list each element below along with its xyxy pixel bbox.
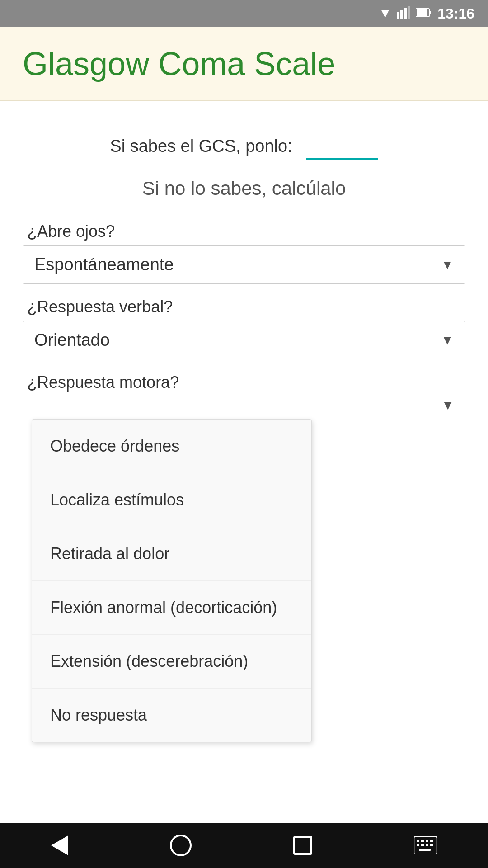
svg-rect-16 — [419, 849, 431, 851]
motor-option-obedece[interactable]: Obedece órdenes — [32, 420, 311, 473]
svg-rect-15 — [430, 844, 433, 846]
motor-dropdown-arrow-icon: ▼ — [441, 398, 454, 413]
svg-rect-10 — [426, 840, 428, 842]
home-button[interactable] — [170, 835, 192, 856]
recent-apps-icon — [293, 836, 312, 855]
eyes-question-section: ¿Abre ojos? Espontáneamente ▼ — [23, 222, 465, 284]
status-bar: ▼ 13:16 — [0, 0, 488, 27]
motor-option-extension[interactable]: Extensión (descerebración) — [32, 635, 311, 689]
svg-rect-0 — [397, 12, 399, 19]
verbal-dropdown[interactable]: Orientado ▼ — [23, 321, 465, 359]
motor-question-label: ¿Respuesta motora? — [23, 373, 465, 392]
app-header: Glasgow Coma Scale — [0, 27, 488, 101]
eyes-question-label: ¿Abre ojos? — [23, 222, 465, 241]
status-time: 13:16 — [437, 5, 474, 22]
motor-option-retirada[interactable]: Retirada al dolor — [32, 527, 311, 581]
gcs-label: Si sabes el GCS, ponlo: — [110, 137, 292, 156]
verbal-question-section: ¿Respuesta verbal? Orientado ▼ — [23, 297, 465, 359]
recent-apps-button[interactable] — [293, 836, 312, 855]
motor-option-no-respuesta[interactable]: No respuesta — [32, 689, 311, 742]
svg-rect-11 — [430, 840, 433, 842]
calculate-text: Si no lo sabes, calcúlalo — [142, 178, 346, 199]
back-icon — [51, 835, 68, 855]
bottom-nav-bar — [0, 823, 488, 868]
svg-rect-1 — [400, 10, 403, 19]
signal-icon — [397, 6, 410, 22]
gcs-number-input[interactable] — [306, 132, 378, 160]
svg-rect-2 — [404, 8, 407, 19]
svg-rect-6 — [417, 9, 427, 16]
gcs-input-row: Si sabes el GCS, ponlo: — [23, 132, 465, 160]
page-title: Glasgow Coma Scale — [23, 45, 465, 82]
motor-question-section: ¿Respuesta motora? ▼ Obedece órdenes Loc… — [23, 373, 465, 415]
svg-rect-13 — [421, 844, 424, 846]
battery-icon — [416, 6, 432, 21]
svg-rect-8 — [417, 840, 419, 842]
svg-rect-3 — [408, 6, 410, 19]
main-content: Si sabes el GCS, ponlo: Si no lo sabes, … — [0, 101, 488, 451]
verbal-question-label: ¿Respuesta verbal? — [23, 297, 465, 316]
verbal-dropdown-arrow-icon: ▼ — [441, 333, 454, 348]
calculate-section: Si no lo sabes, calcúlalo — [23, 178, 465, 199]
keyboard-button[interactable] — [414, 836, 437, 854]
home-icon — [170, 835, 192, 856]
motor-option-flexion[interactable]: Flexión anormal (decorticación) — [32, 581, 311, 635]
svg-rect-9 — [421, 840, 424, 842]
motor-dropdown-menu: Obedece órdenes Localiza estímulos Retir… — [32, 419, 312, 742]
svg-rect-5 — [429, 11, 431, 14]
wifi-icon: ▼ — [379, 6, 391, 21]
eyes-dropdown[interactable]: Espontáneamente ▼ — [23, 245, 465, 284]
back-button[interactable] — [51, 835, 68, 855]
keyboard-icon — [414, 836, 437, 854]
eyes-dropdown-value: Espontáneamente — [34, 255, 174, 274]
status-icons: ▼ 13:16 — [379, 5, 474, 22]
eyes-dropdown-arrow-icon: ▼ — [441, 258, 454, 272]
verbal-dropdown-value: Orientado — [34, 330, 110, 350]
svg-rect-14 — [426, 844, 428, 846]
motor-option-localiza[interactable]: Localiza estímulos — [32, 473, 311, 527]
svg-rect-12 — [417, 844, 419, 846]
